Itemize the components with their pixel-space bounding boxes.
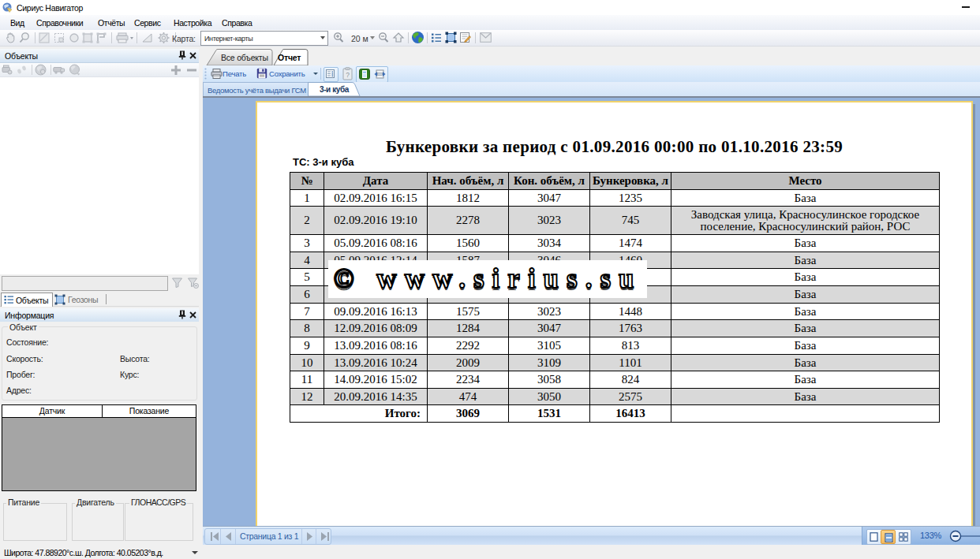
svg-text:?: ? bbox=[346, 71, 350, 79]
